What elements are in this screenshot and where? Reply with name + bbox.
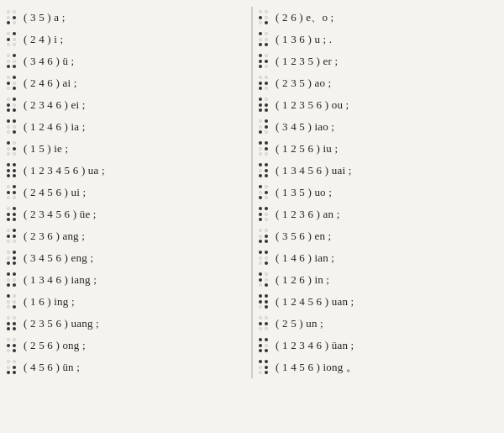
braille-dots [3,293,22,311]
phonetic-text: ( 2 4 5 6 ) ui ; [24,186,86,199]
list-item: ( 3 5 ) a ; [3,7,249,29]
phonetic-text: ( 1 2 4 5 6 ) uan ; [276,295,354,309]
phonetic-text: ( 3 5 ) a ; [24,11,66,24]
braille-dots [3,249,22,267]
phonetic-text: ( 1 2 5 6 ) iu ; [276,142,338,156]
phonetic-text: ( 1 2 3 4 5 6 ) ua ; [24,164,105,177]
list-item: ( 2 3 5 6 ) uang ; [3,313,249,335]
list-item: ( 4 5 6 ) ün ; [3,356,249,378]
list-item: ( 1 4 6 ) ian ; [255,247,501,269]
braille-dots [255,8,274,27]
list-item: ( 1 6 ) ing ; [3,291,249,313]
phonetic-text: ( 3 5 6 ) en ; [276,230,331,243]
phonetic-text: ( 3 4 5 6 ) eng ; [24,251,93,265]
phonetic-text: ( 1 2 3 6 ) an ; [276,208,340,221]
phonetic-text: ( 1 2 4 6 ) ia ; [24,120,86,134]
list-item: ( 1 2 3 4 5 6 ) ua ; [3,160,249,182]
braille-dots [3,271,22,289]
phonetic-text: ( 4 5 6 ) ün ; [24,361,80,374]
list-item: ( 2 4 ) i ; [3,29,249,50]
braille-dots [255,52,274,71]
list-item: ( 1 2 3 6 ) an ; [255,203,501,225]
braille-dots [255,74,274,92]
phonetic-text: ( 2 5 6 ) ong ; [24,339,86,352]
phonetic-text: ( 1 2 3 5 ) er ; [276,55,338,68]
braille-dots [255,249,274,267]
braille-dots [3,30,22,49]
phonetic-text: ( 1 2 6 ) in ; [276,273,329,287]
braille-dots [3,205,22,224]
main-container: ( 3 5 ) a ;( 2 4 ) i ;( 3 4 6 ) ü ;( 2 4… [3,7,501,378]
left-column: ( 3 5 ) a ;( 2 4 ) i ;( 3 4 6 ) ü ;( 2 4… [3,7,249,378]
phonetic-text: ( 1 4 6 ) ian ; [276,251,334,265]
list-item: ( 1 2 6 ) in ; [255,269,501,291]
braille-dots [255,30,274,49]
list-item: ( 1 3 4 5 6 ) uai ; [255,160,501,182]
braille-dots [3,52,22,71]
phonetic-text: ( 1 3 4 5 6 ) uai ; [276,164,351,177]
list-item: ( 1 2 4 5 6 ) uan ; [255,291,501,313]
phonetic-text: ( 1 3 5 ) uo ; [276,186,332,199]
braille-dots [3,8,22,27]
phonetic-text: ( 2 3 5 6 ) uang ; [24,317,99,330]
phonetic-text: ( 3 4 5 ) iao ; [276,120,334,134]
list-item: ( 3 4 6 ) ü ; [3,50,249,72]
list-item: ( 2 5 ) un ; [255,313,501,335]
braille-dots [255,314,274,333]
list-item: ( 3 5 6 ) en ; [255,225,501,247]
braille-dots [3,358,22,377]
braille-dots [255,140,274,158]
phonetic-text: ( 2 4 6 ) ai ; [24,77,76,90]
phonetic-text: ( 2 3 4 6 ) ei ; [24,98,86,112]
phonetic-text: ( 2 3 4 5 6 ) üe ; [24,208,97,221]
braille-dots [255,271,274,289]
list-item: ( 1 2 4 6 ) ia ; [3,116,249,138]
braille-dots [255,118,274,136]
braille-dots [3,140,22,158]
phonetic-text: ( 1 2 3 5 6 ) ou ; [276,98,349,112]
phonetic-text: ( 1 6 ) ing ; [24,295,75,309]
braille-dots [3,74,22,92]
list-item: ( 2 5 6 ) ong ; [3,335,249,356]
braille-dots [3,314,22,333]
phonetic-text: ( 1 4 5 6 ) iong 。 [276,360,357,375]
list-item: ( 2 3 4 5 6 ) üe ; [3,203,249,225]
braille-dots [3,227,22,246]
phonetic-text: ( 2 4 ) i ; [24,33,63,46]
braille-dots [255,205,274,224]
right-column: ( 2 6 ) e、o ;( 1 3 6 ) u ; .( 1 2 3 5 ) … [255,7,501,378]
list-item: ( 1 3 6 ) u ; . [255,29,501,50]
braille-dots [3,161,22,180]
braille-dots [3,336,22,355]
phonetic-text: ( 2 5 ) un ; [276,317,323,330]
phonetic-text: ( 2 3 6 ) ang ; [24,230,85,243]
list-item: ( 1 3 4 6 ) iang ; [3,269,249,291]
braille-dots [3,118,22,136]
list-item: ( 2 3 5 ) ao ; [255,72,501,94]
list-item: ( 1 5 ) ie ; [3,138,249,160]
list-item: ( 2 4 5 6 ) ui ; [3,182,249,203]
phonetic-text: ( 2 6 ) e、o ; [276,10,333,25]
list-item: ( 1 2 3 5 6 ) ou ; [255,94,501,116]
list-item: ( 1 3 5 ) uo ; [255,182,501,203]
braille-dots [255,161,274,180]
phonetic-text: ( 1 3 4 6 ) iang ; [24,273,97,287]
list-item: ( 1 2 3 5 ) er ; [255,50,501,72]
braille-dots [255,293,274,311]
list-item: ( 2 3 4 6 ) ei ; [3,94,249,116]
braille-dots [3,183,22,202]
braille-dots [255,96,274,114]
list-item: ( 2 4 6 ) ai ; [3,72,249,94]
list-item: ( 1 4 5 6 ) iong 。 [255,356,501,378]
list-item: ( 1 2 3 4 6 ) üan ; [255,335,501,356]
phonetic-text: ( 3 4 6 ) ü ; [24,55,74,68]
phonetic-text: ( 1 3 6 ) u ; . [276,33,332,46]
braille-dots [255,183,274,202]
list-item: ( 3 4 5 6 ) eng ; [3,247,249,269]
list-item: ( 3 4 5 ) iao ; [255,116,501,138]
braille-dots [255,358,274,377]
list-item: ( 1 2 5 6 ) iu ; [255,138,501,160]
phonetic-text: ( 2 3 5 ) ao ; [276,77,331,90]
braille-dots [255,336,274,355]
phonetic-text: ( 1 2 3 4 6 ) üan ; [276,339,354,352]
